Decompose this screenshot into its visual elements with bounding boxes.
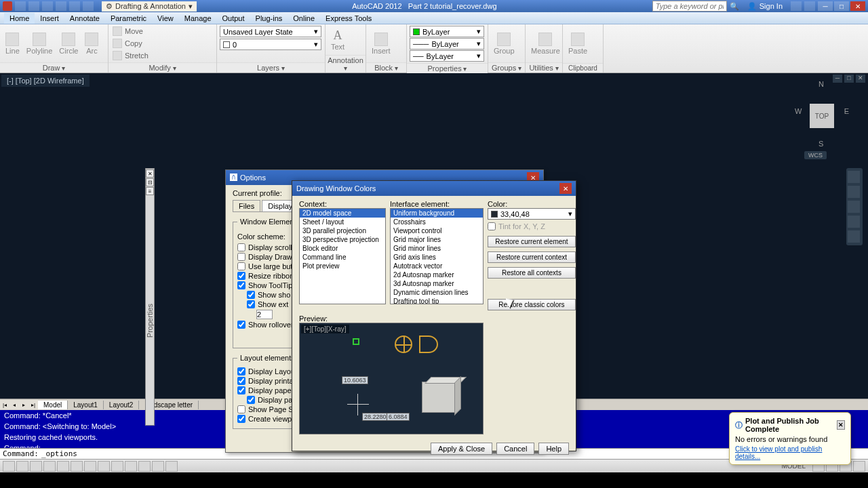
orbit-icon[interactable] — [848, 216, 860, 228]
viewcube-south[interactable]: S — [818, 140, 823, 148]
chk-large-buttons[interactable] — [237, 262, 245, 270]
help-button[interactable]: Help — [538, 443, 569, 455]
lwt-toggle[interactable] — [125, 461, 137, 472]
osnap-toggle[interactable] — [57, 461, 69, 472]
palette-close-icon[interactable]: ✕ — [146, 169, 154, 178]
tab-annotate[interactable]: Annotate — [64, 13, 105, 24]
maximize-button[interactable]: □ — [834, 1, 849, 11]
qat-undo-icon[interactable] — [56, 1, 66, 11]
chk-tooltips[interactable] — [237, 281, 245, 289]
chk-show-extended[interactable] — [247, 300, 255, 308]
pan-icon[interactable] — [848, 186, 860, 198]
tab-parametric[interactable]: Parametric — [105, 13, 152, 24]
exchange-icon[interactable] — [791, 1, 802, 11]
colors-titlebar[interactable]: Drawing Window Colors ✕ — [292, 181, 576, 196]
help-icon[interactable] — [804, 1, 815, 11]
chk-display-drawing[interactable] — [237, 253, 245, 261]
text-button[interactable]: AText — [328, 28, 347, 52]
viewcube[interactable]: N TOP W E S WCS — [795, 80, 849, 155]
line-button[interactable]: Line — [3, 32, 22, 56]
element-autosnap-2d[interactable]: 2d Autosnap marker — [391, 270, 483, 279]
tab-plugins[interactable]: Plug-ins — [250, 13, 288, 24]
lineweight-dropdown[interactable]: ───ByLayer▾ — [410, 38, 484, 49]
layout-first-icon[interactable]: |◂ — [0, 400, 9, 409]
panel-groups-title[interactable]: Groups ▾ — [488, 62, 525, 73]
layer-current-dropdown[interactable]: 0▾ — [220, 39, 321, 50]
color-dropdown[interactable]: ByLayer▾ — [410, 26, 484, 37]
group-button[interactable]: Group — [491, 32, 517, 56]
element-uniform-background[interactable]: Uniform background — [391, 209, 483, 218]
circle-button[interactable]: Circle — [56, 32, 81, 56]
colors-close-button[interactable]: ✕ — [559, 183, 572, 194]
tab-manage[interactable]: Manage — [179, 13, 217, 24]
viewcube-north[interactable]: N — [818, 80, 824, 88]
otrack-toggle[interactable] — [84, 461, 96, 472]
move-button[interactable]: Move — [111, 26, 144, 37]
snap-toggle[interactable] — [3, 461, 15, 472]
linetype-dropdown[interactable]: ──ByLayer▾ — [410, 50, 484, 62]
qat-save-icon[interactable] — [42, 1, 53, 11]
element-crosshairs[interactable]: Crosshairs — [391, 218, 483, 226]
balloon-details-link[interactable]: Click to view plot and publish details..… — [735, 445, 845, 460]
ducs-toggle[interactable] — [98, 461, 110, 472]
apply-close-button[interactable]: Apply & Close — [431, 443, 492, 455]
status-tray-4[interactable] — [853, 461, 865, 472]
chk-resize-ribbon[interactable] — [237, 272, 245, 280]
element-dyn-dim[interactable]: Dynamic dimension lines — [391, 288, 483, 297]
context-item-command-line[interactable]: Command line — [300, 253, 385, 262]
paste-button[interactable]: Paste — [566, 32, 590, 56]
context-item-plot-preview[interactable]: Plot preview — [300, 262, 385, 270]
element-drafting-tooltip[interactable]: Drafting tool tip — [391, 297, 483, 304]
panel-utilities-title[interactable]: Utilities ▾ — [526, 62, 562, 73]
steering-wheel-icon[interactable] — [848, 171, 860, 183]
tab-model[interactable]: Model — [38, 401, 68, 409]
tooltip-delay-input[interactable] — [256, 310, 273, 319]
restore-current-context-button[interactable]: Restore current context — [488, 251, 576, 263]
element-viewport-control[interactable]: Viewport control — [391, 226, 483, 235]
ortho-toggle[interactable] — [30, 461, 42, 472]
tab-home[interactable]: Home — [4, 13, 35, 24]
sign-in-button[interactable]: 👤 Sign In — [747, 2, 783, 11]
chk-display-paper[interactable] — [237, 386, 245, 394]
restore-current-element-button[interactable]: Restore current element — [488, 236, 576, 247]
qat-print-icon[interactable] — [83, 1, 94, 11]
chk-create-viewport[interactable] — [237, 415, 245, 423]
polar-toggle[interactable] — [43, 461, 56, 472]
context-item-block-editor[interactable]: Block editor — [300, 244, 385, 253]
balloon-close-button[interactable]: ✕ — [837, 420, 845, 430]
chk-tint-xyz[interactable] — [488, 222, 496, 230]
context-item-2d-model[interactable]: 2D model space — [300, 209, 385, 218]
tab-layout2[interactable]: Layout2 — [104, 401, 140, 409]
panel-block-title[interactable]: Block ▾ — [366, 62, 406, 73]
arc-button[interactable]: Arc — [82, 32, 101, 56]
context-item-3d-parallel[interactable]: 3D parallel projection — [300, 226, 385, 235]
chk-display-layout[interactable] — [237, 367, 245, 375]
viewport-controls[interactable]: [-] [Top] [2D Wireframe] — [1, 75, 90, 87]
showmotion-icon[interactable] — [848, 230, 860, 243]
viewcube-east[interactable]: E — [844, 107, 849, 115]
color-dropdown[interactable]: 33,40,48 ▾ — [488, 208, 576, 220]
copy-button[interactable]: Copy — [111, 38, 144, 49]
element-autotrack[interactable]: Autotrack vector — [391, 262, 483, 270]
layer-state-dropdown[interactable]: Unsaved Layer State▾ — [220, 26, 321, 37]
viewcube-face-top[interactable]: TOP — [810, 104, 834, 128]
chk-display-printable[interactable] — [237, 377, 245, 385]
tab-view[interactable]: View — [152, 13, 179, 24]
panel-annotation-title[interactable]: Annotation ▾ — [326, 55, 366, 73]
3dosnap-toggle[interactable] — [71, 461, 83, 472]
panel-draw-title[interactable]: Draw ▾ — [0, 62, 108, 73]
restore-all-contexts-button[interactable]: Restore all contexts — [488, 267, 576, 279]
grid-toggle[interactable] — [16, 461, 28, 472]
viewcube-west[interactable]: W — [795, 107, 802, 115]
qat-redo-icon[interactable] — [69, 1, 80, 11]
insert-button[interactable]: Insert — [369, 32, 393, 56]
drawing-area[interactable]: ─ □ ✕ [-] [Top] [2D Wireframe] N TOP W E… — [0, 73, 868, 399]
tab-output[interactable]: Output — [217, 13, 250, 24]
element-autosnap-3d[interactable]: 3d Autosnap marker — [391, 279, 483, 288]
panel-modify-title[interactable]: Modify ▾ — [108, 62, 216, 73]
palette-menu-icon[interactable]: ≡ — [146, 187, 154, 195]
chk-display-scroll[interactable] — [237, 243, 245, 251]
chk-show-shortcut[interactable] — [247, 291, 255, 299]
stretch-button[interactable]: Stretch — [111, 50, 150, 61]
qp-toggle[interactable] — [152, 461, 164, 472]
